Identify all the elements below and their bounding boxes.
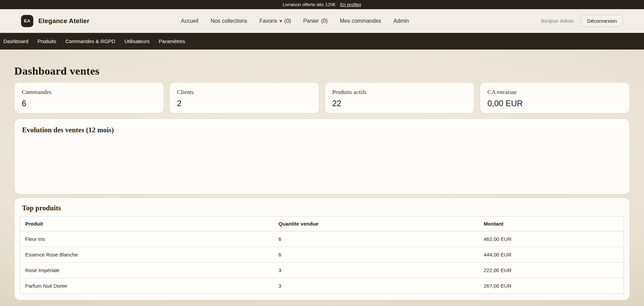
header-right: Bonjour Admin Déconnexion bbox=[541, 15, 623, 27]
stat-card-label: Clients bbox=[177, 89, 312, 96]
top-products-title: Top produits bbox=[22, 204, 624, 212]
admin-nav-item[interactable]: Dashboard bbox=[3, 38, 28, 44]
brand-name[interactable]: Elegance Atelier bbox=[38, 17, 89, 25]
column-header-quantite: Quantite vendue bbox=[274, 216, 479, 231]
column-header-produit: Produit bbox=[20, 216, 274, 231]
cell-product-name: Parfum Nuit Doree bbox=[20, 278, 274, 294]
greeting-text: Bonjour Admin bbox=[541, 18, 574, 24]
header-nav-item[interactable]: Favoris ♥ (0) bbox=[260, 18, 291, 24]
cell-quantity: 6 bbox=[274, 231, 479, 247]
header-nav-item[interactable]: Nos collections bbox=[211, 18, 247, 24]
admin-nav-item[interactable]: Commandes & RGPD bbox=[65, 38, 115, 44]
table-row: Fleur Iris 6 462,00 EUR bbox=[20, 231, 624, 247]
nav-item-label: Panier bbox=[303, 18, 319, 24]
header-nav: Accueil Nos collections Favoris ♥ (0) Pa… bbox=[181, 18, 450, 24]
stat-card: Produits actifs 22 bbox=[325, 82, 475, 113]
nav-item-count: (0) bbox=[321, 18, 328, 24]
stat-card: CA encaisse 0,00 EUR bbox=[480, 82, 630, 113]
nav-item-label: Mes commandes bbox=[340, 18, 381, 24]
stat-card: Commandes 6 bbox=[14, 82, 164, 113]
nav-item-label: Nos collections bbox=[211, 18, 247, 24]
cell-amount: 444,00 EUR bbox=[479, 247, 624, 263]
stat-card-value: 0,00 EUR bbox=[487, 99, 622, 108]
promo-link[interactable]: En profiter bbox=[340, 2, 361, 7]
stat-card-label: Produits actifs bbox=[332, 89, 467, 96]
brand-logo-icon[interactable]: EA bbox=[21, 15, 33, 27]
nav-item-label: Accueil bbox=[181, 18, 199, 24]
sales-chart-title: Evolution des ventes (12 mois) bbox=[22, 126, 622, 134]
header-nav-item[interactable]: Panier (0) bbox=[303, 18, 328, 24]
table-row: Essence Rose Blanche 6 444,00 EUR bbox=[20, 247, 624, 263]
column-header-montant: Montant bbox=[479, 216, 624, 231]
page-title: Dashboard ventes bbox=[14, 50, 630, 77]
promo-banner: Livraison offerte dès 120€ En profiter bbox=[0, 0, 644, 9]
table-header-row: Produit Quantite vendue Montant bbox=[20, 216, 624, 231]
stat-card: Clients 2 bbox=[169, 82, 319, 113]
site-header: EA Elegance Atelier Accueil Nos collecti… bbox=[0, 9, 644, 33]
top-products-panel: Top produits Produit Quantite vendue Mon… bbox=[14, 198, 630, 300]
cell-amount: 222,00 EUR bbox=[479, 263, 624, 278]
logout-button[interactable]: Déconnexion bbox=[581, 15, 623, 27]
table-row: Parfum Nuit Doree 3 267,00 EUR bbox=[20, 278, 624, 294]
stats-grid: Commandes 6 Clients 2 Produits actifs 22… bbox=[14, 82, 630, 113]
cell-product-name: Rose Impériale bbox=[20, 263, 274, 278]
cell-amount: 267,00 EUR bbox=[479, 278, 624, 294]
nav-item-label: Favoris bbox=[260, 18, 277, 24]
nav-item-label: Admin bbox=[393, 18, 409, 24]
brand[interactable]: EA Elegance Atelier bbox=[21, 15, 89, 27]
stat-card-label: Commandes bbox=[22, 89, 157, 96]
admin-nav-item[interactable]: Produits bbox=[37, 38, 56, 44]
admin-nav-item[interactable]: Paramètres bbox=[159, 38, 185, 44]
top-products-table: Produit Quantite vendue Montant Fleur Ir… bbox=[20, 216, 624, 294]
admin-nav-item[interactable]: Utilisateurs bbox=[124, 38, 149, 44]
cell-quantity: 3 bbox=[274, 278, 479, 294]
stat-card-value: 2 bbox=[177, 99, 312, 108]
cell-quantity: 3 bbox=[274, 263, 479, 278]
table-body: Fleur Iris 6 462,00 EUR Essence Rose Bla… bbox=[20, 231, 624, 294]
cell-quantity: 6 bbox=[274, 247, 479, 263]
cell-amount: 462,00 EUR bbox=[479, 231, 624, 247]
sales-chart-panel: Evolution des ventes (12 mois) bbox=[14, 119, 630, 194]
cell-product-name: Essence Rose Blanche bbox=[20, 247, 274, 263]
header-nav-item[interactable]: Mes commandes bbox=[340, 18, 381, 24]
header-nav-item[interactable]: Admin bbox=[393, 18, 409, 24]
heart-icon: ♥ bbox=[279, 18, 282, 24]
header-nav-item[interactable]: Accueil bbox=[181, 18, 199, 24]
nav-item-count: (0) bbox=[284, 18, 291, 24]
table-row: Rose Impériale 3 222,00 EUR bbox=[20, 263, 624, 278]
stat-card-value: 6 bbox=[22, 99, 157, 108]
cell-product-name: Fleur Iris bbox=[20, 231, 274, 247]
stat-card-value: 22 bbox=[332, 99, 467, 108]
main-content: Dashboard ventes Commandes 6 Clients 2 P… bbox=[0, 50, 644, 306]
promo-text: Livraison offerte dès 120€ bbox=[283, 2, 335, 7]
admin-nav: Dashboard Produits Commandes & RGPD Util… bbox=[0, 33, 644, 50]
stat-card-label: CA encaisse bbox=[487, 89, 622, 96]
